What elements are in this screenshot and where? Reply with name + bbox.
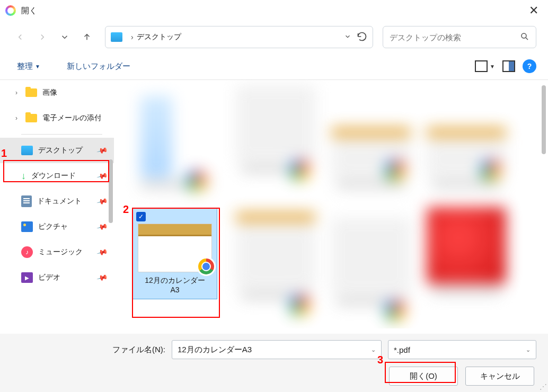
pin-icon[interactable]: 📌 bbox=[96, 246, 108, 258]
tree-label: ビデオ bbox=[38, 273, 60, 282]
tree-label: ミュージック bbox=[38, 247, 83, 257]
refresh-button[interactable] bbox=[357, 31, 367, 43]
tree-item-images[interactable]: › 画像 bbox=[0, 80, 114, 105]
pin-icon[interactable]: 📌 bbox=[96, 272, 108, 283]
help-button[interactable]: ? bbox=[523, 59, 536, 73]
recent-dropdown[interactable] bbox=[56, 29, 73, 46]
breadcrumb-location[interactable]: デスクトップ bbox=[137, 32, 181, 42]
navbar: › デスクトップ bbox=[0, 21, 548, 53]
folder-icon bbox=[25, 88, 37, 97]
back-button[interactable] bbox=[12, 29, 29, 46]
breadcrumb-dropdown[interactable] bbox=[344, 33, 351, 42]
video-icon: ▶ bbox=[21, 272, 33, 283]
music-icon: ♪ bbox=[21, 246, 33, 258]
search-icon[interactable] bbox=[520, 32, 529, 43]
sidebar-scrollbar[interactable] bbox=[109, 159, 113, 223]
organize-menu[interactable]: 整理▼ bbox=[12, 58, 46, 75]
titlebar: 開く ✕ bbox=[0, 0, 548, 21]
new-folder-button[interactable]: 新しいフォルダー bbox=[61, 58, 136, 75]
svg-point-0 bbox=[522, 33, 526, 38]
open-button[interactable]: 開く(O) bbox=[389, 367, 458, 386]
search-box[interactable] bbox=[383, 26, 536, 48]
pin-icon[interactable]: 📌 bbox=[96, 170, 108, 182]
content-scrollbar[interactable] bbox=[542, 85, 546, 154]
tree-item-email[interactable]: › 電子メールの添付 bbox=[0, 105, 114, 131]
tree-item-videos[interactable]: ▶ ビデオ 📌 bbox=[0, 265, 114, 290]
pin-icon[interactable]: 📌 bbox=[96, 145, 108, 156]
folder-icon bbox=[25, 114, 37, 122]
pin-icon[interactable]: 📌 bbox=[96, 195, 108, 207]
view-mode-button[interactable]: ▼ bbox=[475, 60, 495, 72]
download-icon: ↓ bbox=[21, 171, 26, 182]
resize-grip[interactable]: ⋰ bbox=[538, 382, 547, 391]
app-icon bbox=[5, 5, 16, 16]
tree-label: ダウンロード bbox=[31, 171, 76, 181]
desktop-icon bbox=[111, 32, 122, 42]
up-button[interactable] bbox=[78, 29, 95, 46]
tree-item-pictures[interactable]: ピクチャ 📌 bbox=[0, 214, 114, 239]
tree-label: ドキュメント bbox=[37, 197, 82, 206]
tree-item-downloads[interactable]: ↓ ダウンロード 📌 bbox=[0, 163, 114, 189]
filetype-filter[interactable]: *.pdf ⌄ bbox=[388, 340, 536, 359]
tree-item-documents[interactable]: ドキュメント 📌 bbox=[0, 189, 114, 214]
cancel-button[interactable]: キャンセル bbox=[465, 367, 534, 386]
desktop-icon bbox=[21, 146, 33, 155]
filename-value: 12月のカレンダーA3 bbox=[178, 345, 252, 355]
breadcrumb[interactable]: › デスクトップ bbox=[105, 26, 373, 48]
file-item-selected[interactable]: ✓ 12月のカレンダー A3 bbox=[132, 208, 217, 299]
filename-combo[interactable]: 12月のカレンダーA3 ⌄ bbox=[172, 340, 382, 359]
preview-pane-button[interactable] bbox=[502, 60, 515, 72]
divider bbox=[21, 134, 102, 135]
bottom-panel: ファイル名(N): 12月のカレンダーA3 ⌄ *.pdf ⌄ 開く(O) キャ… bbox=[0, 334, 548, 392]
chevron-down-icon[interactable]: ⌄ bbox=[371, 346, 376, 353]
checkbox-checked[interactable]: ✓ bbox=[136, 212, 146, 221]
pin-icon[interactable]: 📌 bbox=[96, 221, 108, 233]
toolbar: 整理▼ 新しいフォルダー ▼ ? bbox=[0, 53, 548, 79]
main-area: › 画像 › 電子メールの添付 デスクトップ 📌 ↓ ダウンロード 📌 ドキュメ… bbox=[0, 79, 548, 328]
tree-item-music[interactable]: ♪ ミュージック 📌 bbox=[0, 239, 114, 265]
forward-button[interactable] bbox=[34, 29, 51, 46]
search-input[interactable] bbox=[390, 33, 520, 42]
sidebar: › 画像 › 電子メールの添付 デスクトップ 📌 ↓ ダウンロード 📌 ドキュメ… bbox=[0, 80, 114, 328]
tree-label: ピクチャ bbox=[38, 222, 68, 231]
filter-value: *.pdf bbox=[394, 345, 410, 354]
close-button[interactable]: ✕ bbox=[525, 4, 543, 17]
chrome-overlay-icon bbox=[197, 257, 216, 276]
expand-icon[interactable]: › bbox=[13, 89, 20, 96]
document-icon bbox=[21, 195, 32, 207]
tree-label: 電子メールの添付 bbox=[42, 113, 101, 123]
file-name: 12月のカレンダー A3 bbox=[133, 275, 217, 295]
chevron-right-icon: › bbox=[131, 33, 134, 41]
pictures-icon bbox=[21, 221, 33, 232]
chevron-down-icon[interactable]: ⌄ bbox=[526, 346, 531, 353]
expand-icon[interactable]: › bbox=[13, 114, 20, 122]
file-thumbnail bbox=[138, 224, 212, 272]
window-title: 開く bbox=[21, 6, 37, 16]
tree-label: 画像 bbox=[42, 88, 57, 97]
filename-label: ファイル名(N): bbox=[112, 345, 165, 355]
tree-label: デスクトップ bbox=[38, 146, 83, 155]
file-list[interactable]: ✓ 12月のカレンダー A3 bbox=[114, 80, 548, 328]
tree-item-desktop[interactable]: デスクトップ 📌 bbox=[0, 138, 114, 163]
